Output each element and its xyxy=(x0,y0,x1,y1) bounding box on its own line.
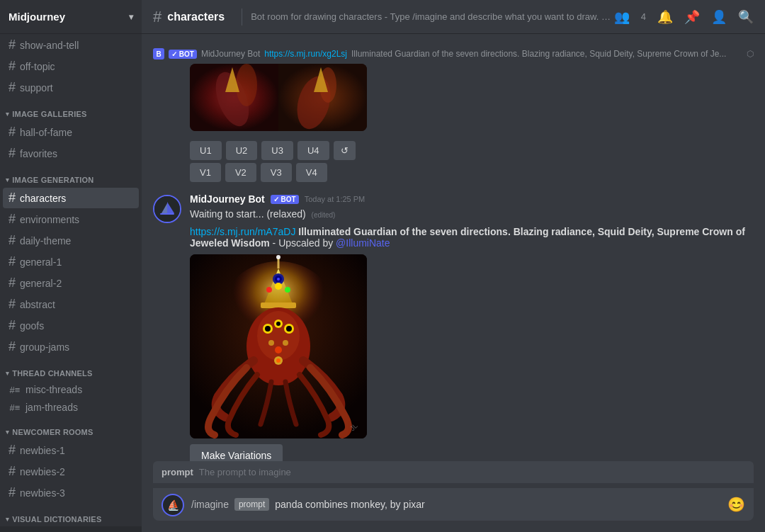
channel-label: environments xyxy=(20,214,79,225)
hash-icon: # xyxy=(8,254,16,269)
message-link-area: https://s.mj.run/mA7aDJ Illuminated Guar… xyxy=(190,226,754,249)
channel-header: # characters Bot room for drawing charac… xyxy=(142,0,765,34)
channel-item-newbies-1[interactable]: # newbies-1 xyxy=(3,440,139,460)
image-generation-section: ▾ IMAGE GENERATION xyxy=(0,164,142,187)
message-bar-area: prompt The prompt to imagine ⛵ /imagine … xyxy=(142,461,765,532)
thread-icon: #≡ xyxy=(8,385,21,395)
channel-item-newbies-2[interactable]: # newbies-2 xyxy=(3,461,139,482)
message-input-field[interactable] xyxy=(275,499,727,510)
u1-button[interactable]: U1 xyxy=(190,141,222,160)
thread-channels-list: #≡ misc-threads #≡ jam-threads xyxy=(0,380,142,417)
channel-label: goofs xyxy=(20,320,44,332)
members-icon[interactable]: 👥 xyxy=(614,9,630,25)
channel-item-misc-threads[interactable]: #≡ misc-threads xyxy=(3,381,139,398)
upscaled-by: - Upscaled by @IllumiNate xyxy=(273,237,390,249)
notification-icon[interactable]: 🔔 xyxy=(657,9,673,25)
svg-point-27 xyxy=(265,326,271,332)
hash-icon: # xyxy=(8,276,16,290)
channel-item-off-topic[interactable]: # off-topic xyxy=(3,56,139,77)
channel-item-newbies-3[interactable]: # newbies-3 xyxy=(3,482,139,503)
channel-label: abstract xyxy=(20,299,55,310)
server-header[interactable]: Midjourney ▾ xyxy=(0,0,142,34)
newcomer-rooms-section: ▾ NEWCOMER ROOMS xyxy=(0,417,142,439)
refresh-button[interactable]: ↺ xyxy=(334,141,356,160)
svg-rect-17 xyxy=(261,302,296,308)
prompt-label: prompt xyxy=(162,467,193,477)
channel-item-goofs[interactable]: # goofs xyxy=(3,315,139,336)
v3-button[interactable]: V3 xyxy=(261,163,292,182)
svg-rect-13 xyxy=(160,213,174,215)
message-author: MidJourney Bot xyxy=(190,193,265,205)
channel-label: newbies-3 xyxy=(20,487,65,499)
section-label: VISUAL DICTIONARIES xyxy=(12,515,101,523)
section-label: IMAGE GALLERIES xyxy=(12,110,86,118)
hash-icon: # xyxy=(8,443,16,458)
section-toggle[interactable]: ▾ xyxy=(6,429,9,436)
top-image-partial xyxy=(142,64,765,134)
section-toggle[interactable]: ▾ xyxy=(6,370,9,377)
hash-icon: # xyxy=(8,191,16,205)
header-divider xyxy=(242,9,242,26)
u3-button[interactable]: U3 xyxy=(261,141,293,160)
channel-item-favorites[interactable]: # favorites xyxy=(3,143,139,164)
hash-icon: # xyxy=(8,59,16,74)
section-toggle[interactable]: ▾ xyxy=(6,516,9,523)
channel-topic: Bot room for drawing characters - Type /… xyxy=(251,11,614,22)
channel-item-abstract[interactable]: # abstract xyxy=(3,294,139,315)
svg-point-5 xyxy=(236,64,257,106)
channel-item-show-and-tell[interactable]: # show-and-tell xyxy=(3,35,139,55)
bot-badge: ✓ BOT xyxy=(271,195,299,204)
bot-mini-icon: B xyxy=(153,48,164,60)
section-label: NEWCOMER ROOMS xyxy=(12,428,93,436)
channel-label: show-and-tell xyxy=(20,40,79,51)
channel-item-group-jams[interactable]: # group-jams xyxy=(3,336,139,357)
channel-item-environments[interactable]: # environments xyxy=(3,209,139,230)
bot-notification-row-1: B ✓ BOT MidJourney Bot https://s.mj.run/… xyxy=(142,45,765,62)
pin-icon[interactable]: 📌 xyxy=(684,9,700,25)
channel-item-characters[interactable]: # characters xyxy=(3,188,139,208)
svg-text:B: B xyxy=(156,50,161,58)
thread-icon: #≡ xyxy=(8,402,21,413)
image-link[interactable]: https://s.mj.run/mA7aDJ xyxy=(190,226,295,237)
bot-badge-small: ✓ BOT xyxy=(169,50,197,59)
message-content-1: MidJourney Bot ✓ BOT Today at 1:25 PM Wa… xyxy=(190,193,754,461)
bot-mini-url[interactable]: https://s.mj.run/xg2Lsj xyxy=(264,49,347,59)
section-label: THREAD CHANNELS xyxy=(12,369,92,378)
sidebar: Midjourney ▾ # show-and-tell # off-topic… xyxy=(0,0,142,532)
channel-label: favorites xyxy=(20,148,57,159)
prompt-hint-row: prompt The prompt to imagine xyxy=(153,461,754,484)
channel-item-support[interactable]: # support xyxy=(3,77,139,98)
section-toggle[interactable]: ▾ xyxy=(6,176,9,183)
channel-item-general-1[interactable]: # general-1 xyxy=(3,251,139,272)
channel-item-hall-of-fame[interactable]: # hall-of-fame xyxy=(3,122,139,142)
channel-item-general-2[interactable]: # general-2 xyxy=(3,273,139,293)
v1-button[interactable]: V1 xyxy=(190,163,221,182)
hash-icon: # xyxy=(8,146,16,161)
image-external-icon[interactable]: ⬡ xyxy=(747,49,754,59)
bot-mini-prompt: Illuminated Guardian of the seven direct… xyxy=(351,49,726,59)
channel-label: daily-theme xyxy=(20,235,71,247)
hash-icon: # xyxy=(8,339,16,354)
channel-label: newbies-1 xyxy=(20,445,65,456)
svg-point-31 xyxy=(276,322,280,326)
channel-label: jam-threads xyxy=(26,402,78,413)
v2-button[interactable]: V2 xyxy=(225,163,256,182)
section-toggle[interactable]: ▾ xyxy=(6,111,9,118)
svg-point-29 xyxy=(286,326,292,332)
make-variations-button[interactable]: Make Variations xyxy=(190,444,283,461)
v4-button[interactable]: V4 xyxy=(296,163,327,182)
channel-item-daily-theme[interactable]: # daily-theme xyxy=(3,230,139,251)
user-input-avatar: ⛵ xyxy=(162,494,184,516)
svg-point-36 xyxy=(276,358,280,363)
channel-label: characters xyxy=(20,193,66,204)
hash-icon: # xyxy=(8,318,16,333)
emoji-button[interactable]: 😊 xyxy=(727,496,745,513)
u4-button[interactable]: U4 xyxy=(298,141,329,160)
search-icon[interactable]: 🔍 xyxy=(738,9,754,25)
channel-header-name: characters xyxy=(167,11,225,23)
channel-item-jam-threads[interactable]: #≡ jam-threads xyxy=(3,399,139,416)
u2-button[interactable]: U2 xyxy=(226,141,258,160)
thread-channels-section: ▾ THREAD CHANNELS xyxy=(0,358,142,380)
members-list-icon[interactable]: 👤 xyxy=(711,9,727,25)
svg-point-23 xyxy=(285,287,290,293)
